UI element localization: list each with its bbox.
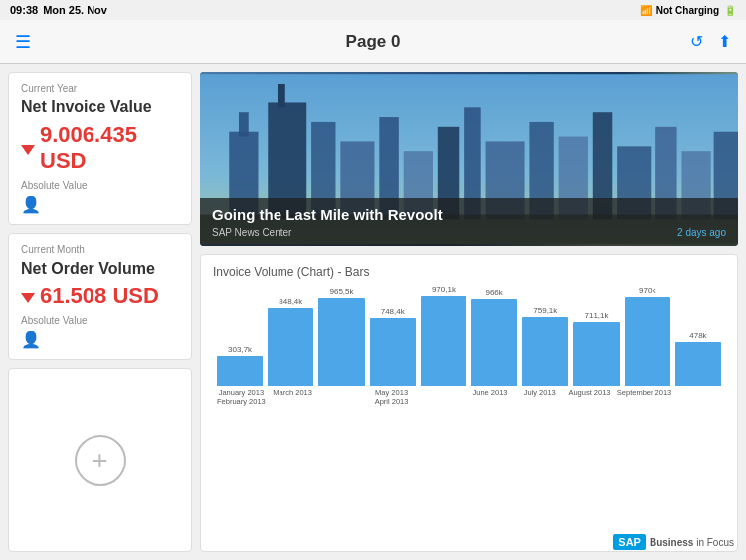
bar xyxy=(370,318,416,386)
add-card[interactable]: + xyxy=(8,368,192,552)
net-invoice-title: Net Invoice Value xyxy=(21,97,179,116)
bar-value: 711,1k xyxy=(585,311,609,320)
bar xyxy=(217,356,263,386)
left-column: Current Year Net Invoice Value 9.006.435… xyxy=(8,72,192,552)
news-overlay: Going the Last Mile with Revoolt SAP New… xyxy=(200,198,738,246)
bar-value: 970,1k xyxy=(432,285,456,294)
net-order-label: Current Month xyxy=(21,244,179,255)
x-label-group xyxy=(419,388,464,406)
bar-value: 965,5k xyxy=(329,287,353,296)
x-label-top: March 2013 xyxy=(273,388,312,397)
news-card[interactable]: Going the Last Mile with Revoolt SAP New… xyxy=(200,72,738,246)
bar-group: 966k xyxy=(471,288,517,386)
x-label-top: June 2013 xyxy=(472,388,507,397)
main-content: Current Year Net Invoice Value 9.006.435… xyxy=(0,64,746,560)
x-label-group: March 2013 xyxy=(271,388,315,406)
chart-card: Invoice Volume (Chart) - Bars 303,7k848,… xyxy=(200,254,738,552)
net-order-sublabel: Absolute Value xyxy=(21,315,179,326)
x-label-group: September 2013 xyxy=(617,388,671,406)
plus-icon: + xyxy=(92,445,107,476)
nav-bar: ☰ Page 0 ↺ ⬆ xyxy=(0,20,746,64)
page-title: Page 0 xyxy=(346,32,401,52)
bar-group: 711,1k xyxy=(573,311,619,386)
x-label-group xyxy=(320,388,365,406)
chart-area: 303,7k848,4k965,5k748,4k970,1k966k759,1k… xyxy=(213,286,725,416)
net-order-title: Net Order Volume xyxy=(21,259,179,278)
bar xyxy=(675,342,721,386)
bar xyxy=(268,308,313,386)
x-label-group: July 2013 xyxy=(517,388,562,406)
bar xyxy=(573,322,619,386)
status-right: 📶 Not Charging 🔋 xyxy=(640,5,736,16)
news-headline: Going the Last Mile with Revoolt xyxy=(212,206,726,223)
chart-x-labels: January 2013February 2013March 2013May 2… xyxy=(213,388,725,406)
wifi-icon: 📶 xyxy=(640,5,652,16)
net-order-value: 61.508 USD xyxy=(21,283,179,309)
down-arrow-icon-2 xyxy=(21,293,35,303)
bar-value: 970k xyxy=(639,286,655,295)
bar-value: 748,4k xyxy=(381,307,405,316)
bar xyxy=(522,317,568,386)
x-label-top: September 2013 xyxy=(617,388,671,397)
share-icon[interactable]: ⬆ xyxy=(718,32,731,51)
status-left: 09:38 Mon 25. Nov xyxy=(10,4,107,16)
bar xyxy=(471,299,517,386)
news-source: SAP News Center xyxy=(212,227,291,238)
status-bar: 09:38 Mon 25. Nov 📶 Not Charging 🔋 xyxy=(0,0,746,20)
net-invoice-label: Current Year xyxy=(21,83,179,93)
down-arrow-icon xyxy=(21,145,35,155)
person-icon: 👤 xyxy=(21,195,179,214)
chart-title: Invoice Volume (Chart) - Bars xyxy=(213,265,725,279)
x-label-group: June 2013 xyxy=(468,388,513,406)
x-label-bottom: April 2013 xyxy=(375,397,409,406)
sap-tagline: Business in Focus xyxy=(650,537,734,548)
reload-icon[interactable]: ↺ xyxy=(690,32,703,51)
news-footer: SAP News Center 2 days ago xyxy=(212,227,726,238)
bar-value: 848,4k xyxy=(279,297,302,306)
bar-group: 970k xyxy=(625,286,670,386)
add-button[interactable]: + xyxy=(75,435,126,486)
status-time: 09:38 xyxy=(10,4,38,16)
net-invoice-amount: 9.006.435 USD xyxy=(40,122,179,174)
svg-rect-4 xyxy=(278,84,285,107)
bar-value: 966k xyxy=(485,288,502,297)
sap-footer: SAP Business in Focus xyxy=(613,534,734,550)
x-label-group: May 2013April 2013 xyxy=(369,388,414,406)
bar xyxy=(421,296,466,386)
x-label-top: May 2013 xyxy=(375,388,408,397)
sap-logo: SAP xyxy=(613,534,646,550)
bar-value: 759,1k xyxy=(533,306,557,315)
x-label-group: January 2013February 2013 xyxy=(217,388,266,406)
battery-status: Not Charging xyxy=(656,5,719,16)
svg-rect-2 xyxy=(239,112,249,136)
bars-container: 303,7k848,4k965,5k748,4k970,1k966k759,1k… xyxy=(213,286,725,386)
bar-group: 970,1k xyxy=(421,285,466,386)
nav-right: ↺ ⬆ xyxy=(690,32,731,51)
x-label-top: July 2013 xyxy=(524,388,556,397)
news-time: 2 days ago xyxy=(677,227,726,238)
bar-group: 965,5k xyxy=(318,287,364,386)
status-date: Mon 25. Nov xyxy=(43,4,107,16)
bar-group: 303,7k xyxy=(217,345,263,386)
x-label-group: August 2013 xyxy=(567,388,612,406)
person-icon-2: 👤 xyxy=(21,330,179,349)
menu-icon[interactable]: ☰ xyxy=(15,31,31,53)
x-label-bottom: February 2013 xyxy=(217,397,266,406)
nav-left: ☰ xyxy=(15,31,31,53)
bar-group: 748,4k xyxy=(370,307,416,386)
bar xyxy=(625,297,670,386)
bar xyxy=(318,298,364,386)
bar-value: 478k xyxy=(689,331,706,340)
bar-group: 759,1k xyxy=(522,306,568,386)
battery-icon: 🔋 xyxy=(724,5,736,16)
right-column: Going the Last Mile with Revoolt SAP New… xyxy=(200,72,738,552)
x-label-bottom: August 2013 xyxy=(568,388,610,397)
net-invoice-sublabel: Absolute Value xyxy=(21,180,179,191)
bar-value: 303,7k xyxy=(228,345,252,354)
bar-group: 478k xyxy=(675,331,721,386)
net-order-card: Current Month Net Order Volume 61.508 US… xyxy=(8,233,192,360)
net-invoice-value: 9.006.435 USD xyxy=(21,122,179,174)
net-order-amount: 61.508 USD xyxy=(40,283,159,309)
x-label-top: January 2013 xyxy=(219,388,264,397)
bar-group: 848,4k xyxy=(268,297,313,386)
